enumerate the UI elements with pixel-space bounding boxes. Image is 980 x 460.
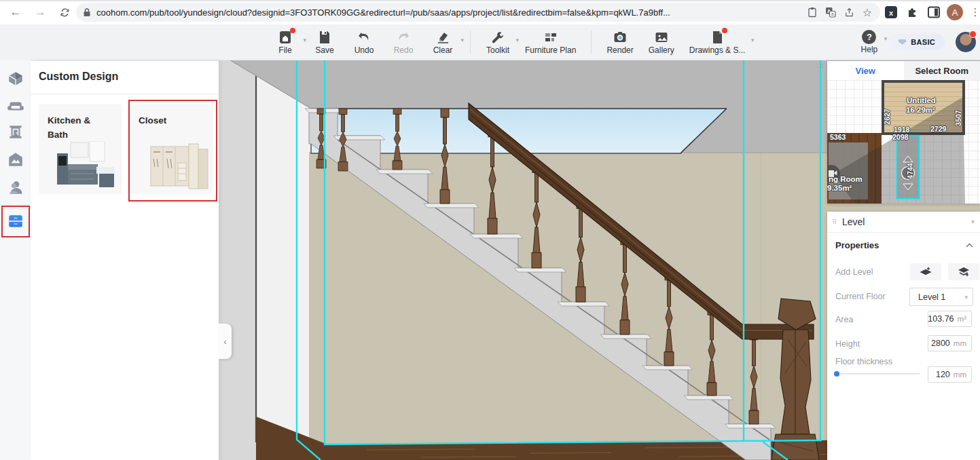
tab-view[interactable]: View xyxy=(827,61,904,80)
person-icon xyxy=(7,178,24,196)
slider-knob[interactable] xyxy=(834,371,839,377)
dimension-label: 2627 xyxy=(883,109,891,124)
toolbar-divider xyxy=(591,31,592,54)
app-toolbar: File ▾ Save Undo Redo xyxy=(0,24,980,60)
dimension-label: 3507 xyxy=(954,110,962,126)
sidebar-item-doors-windows[interactable] xyxy=(5,121,26,142)
tab-select-room[interactable]: Select Room xyxy=(904,61,980,80)
floor-thickness-input[interactable]: 120 mm xyxy=(928,366,972,383)
height-input[interactable]: 2800 mm xyxy=(928,335,972,351)
view-tabs: ⠿ View Select Room xyxy=(827,61,980,80)
room-name: ng Room xyxy=(829,175,863,183)
section-title: Properties xyxy=(835,240,879,250)
extension-x-icon[interactable]: x xyxy=(883,4,899,20)
floor-thickness-slider[interactable] xyxy=(834,370,920,378)
dimension-label: 5363 xyxy=(830,133,846,141)
render-button[interactable]: Render xyxy=(606,30,633,55)
dimension-label: 2098 xyxy=(892,133,908,141)
clipboard-icon[interactable] xyxy=(806,6,818,18)
extension-puzzle-icon[interactable] xyxy=(905,4,921,20)
panel-title: Custom Design xyxy=(39,71,118,83)
browser-menu-kebab-icon[interactable]: ⋮ xyxy=(967,4,980,20)
floorplan-panel: ⠿ View Select Room Unti xyxy=(827,61,980,204)
svg-text:a: a xyxy=(831,12,834,16)
clear-button[interactable]: Clear ▾ xyxy=(431,30,455,55)
add-layer-icon xyxy=(920,267,932,277)
slider-track xyxy=(834,373,920,375)
furniture-sofa-icon xyxy=(7,98,24,115)
share-icon[interactable] xyxy=(843,6,855,18)
help-button[interactable]: ? Help ▾ xyxy=(861,30,878,54)
floor-thickness-label: Floor thickness xyxy=(835,357,892,366)
add-level-label: Add Level xyxy=(835,267,873,277)
notification-dot xyxy=(969,31,977,38)
file-button[interactable]: File ▾ xyxy=(273,30,297,55)
sidebar-item-furniture[interactable] xyxy=(5,96,26,117)
browser-reload-button[interactable] xyxy=(56,3,73,21)
dimension-label: 4744 xyxy=(906,163,914,178)
browser-back-button[interactable]: ← xyxy=(7,3,24,21)
current-floor-select[interactable]: Level 1 ▾ xyxy=(909,288,973,306)
sidebar-item-templates[interactable] xyxy=(5,149,26,170)
extension-sidepanel-icon[interactable] xyxy=(926,4,942,20)
notification-dot xyxy=(290,28,295,33)
height-label: Height xyxy=(835,339,860,349)
wrench-icon xyxy=(490,30,505,45)
current-floor-label: Current Floor xyxy=(835,292,886,301)
notification-dot xyxy=(722,28,727,33)
undo-icon xyxy=(357,30,371,45)
undo-button[interactable]: Undo xyxy=(352,30,376,55)
help-icon: ? xyxy=(862,30,876,44)
selection-highlight-box xyxy=(1,206,30,237)
chevron-up-icon[interactable] xyxy=(966,243,973,248)
toolkit-button[interactable]: Toolkit ▾ xyxy=(486,30,510,55)
screen: ← → coohom.com/pub/tool/yundesign/cloud?… xyxy=(0,0,980,460)
add-layers-icon xyxy=(958,267,970,277)
panel-collapse-button[interactable]: ‹ xyxy=(219,324,232,359)
address-bar[interactable]: coohom.com/pub/tool/yundesign/cloud?desi… xyxy=(76,3,880,22)
redo-button[interactable]: Redo xyxy=(391,30,416,55)
template-house-icon xyxy=(7,151,24,168)
chevron-down-icon: ▾ xyxy=(460,37,464,43)
left-sidebar xyxy=(0,60,31,460)
bookmark-star-icon[interactable]: ☆ xyxy=(861,6,873,18)
browser-profile-avatar[interactable]: A xyxy=(947,4,963,20)
translate-icon[interactable]: Aa xyxy=(824,6,837,18)
card-kitchen-bath[interactable]: Kitchen & Bath xyxy=(39,104,122,194)
drawings-button[interactable]: Drawings & S... ▾ xyxy=(689,30,746,55)
eraser-icon xyxy=(435,30,450,45)
redo-icon xyxy=(396,30,411,45)
furniture-plan-icon xyxy=(543,30,558,45)
user-avatar[interactable] xyxy=(956,32,976,52)
door-window-icon xyxy=(7,123,24,140)
chevron-down-icon: ▾ xyxy=(884,35,888,42)
wall-left-front xyxy=(256,60,312,442)
floorplan-minimap[interactable]: Untitled 16.29m² ng Room 9.35m² 5363 262… xyxy=(827,80,980,204)
chevron-down-icon: ▾ xyxy=(751,37,755,43)
level-panel-header[interactable]: ⠿ Level ▾ xyxy=(827,212,980,233)
plan-badge[interactable]: BASIC xyxy=(888,34,945,50)
chevron-down-icon: ▾ xyxy=(515,37,519,43)
furniture-plan-button[interactable]: Furniture Plan xyxy=(525,30,576,55)
save-button[interactable]: Save xyxy=(312,30,337,55)
custom-design-panel: Custom Design Kitchen & Bath Closet xyxy=(31,61,219,460)
room-name: Untitled xyxy=(907,96,936,104)
lock-icon xyxy=(83,7,91,17)
render-camera-icon xyxy=(613,30,628,45)
sidebar-item-construction[interactable] xyxy=(5,68,26,89)
drag-handle-icon[interactable]: ⠿ xyxy=(820,64,827,77)
room-area: 16.29m² xyxy=(906,106,935,114)
add-level-above-button[interactable] xyxy=(910,263,941,280)
add-level-stack-button[interactable] xyxy=(948,263,979,280)
drag-handle-icon[interactable]: ⠿ xyxy=(833,220,839,224)
gallery-button[interactable]: Gallery xyxy=(649,30,674,55)
collapse-icon[interactable]: ▾ xyxy=(971,218,975,225)
tab-strip-edge xyxy=(0,0,980,1)
gallery-icon xyxy=(654,30,669,45)
level-panel: ⠿ Level ▾ Properties Add Level Current F… xyxy=(827,212,980,460)
diamond-icon xyxy=(898,39,907,45)
construction-cube-icon xyxy=(7,70,24,88)
sidebar-item-account[interactable] xyxy=(5,176,26,197)
browser-forward-button[interactable]: → xyxy=(31,3,49,21)
area-input[interactable]: 103.76 m² xyxy=(928,311,972,327)
